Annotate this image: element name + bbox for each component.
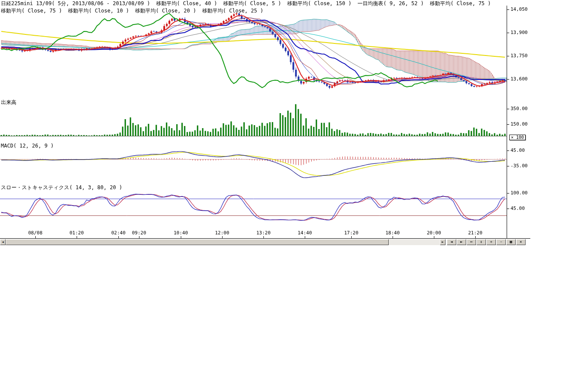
legend-item: 一目均衡表( 9, 26, 52 ) (357, 0, 424, 6)
left-arrow-icon: ◄ (2, 240, 4, 244)
fit-vertical-icon: ↕ (480, 240, 482, 244)
legend-item: 移動平均( Close, 75 ) (1, 8, 62, 14)
close-icon: ✕ (520, 240, 522, 244)
axis-tick-label: 45.00 (511, 148, 536, 153)
chart-legend-row-2: 移動平均( Close, 75 )移動平均( Close, 10 )移動平均( … (1, 8, 263, 14)
trading-chart-window: 日経225mini 13/09( 5分, 2013/08/06 - 2013/0… (0, 0, 588, 381)
toolbar-fit-vertical-button[interactable]: ↕ (477, 239, 486, 245)
axis-tick-label: 13,750 (511, 53, 536, 58)
axis-tick-label: 13,600 (511, 77, 536, 82)
scroll-right-icon: ► (460, 240, 462, 244)
volume-panel-label: 出来高 (1, 100, 16, 105)
macd-panel-label: MACD( 12, 26, 9 ) (1, 143, 54, 149)
scrollbar-track[interactable] (6, 239, 440, 245)
grid-icon: ▦ (510, 240, 512, 244)
axis-tick-label: 13,900 (511, 30, 536, 35)
toolbar-grid-button[interactable]: ▦ (506, 239, 516, 245)
legend-item: 移動平均( Close, 25 ) (202, 8, 263, 14)
chart-legend-row-1: 日経225mini 13/09( 5分, 2013/08/06 - 2013/0… (1, 0, 491, 6)
time-tick-label: 14:40 (293, 230, 317, 236)
legend-item: 移動平均( Close, 150 ) (287, 0, 351, 6)
axis-tick-label: -35.00 (511, 163, 536, 169)
time-tick-label: 08/08 (23, 230, 47, 236)
time-tick-label: 13:20 (251, 230, 275, 236)
right-arrow-icon: ► (442, 240, 444, 244)
zoom-in-icon: ＋ (489, 240, 493, 244)
scrollbar-right-arrow-button[interactable]: ► (440, 239, 446, 245)
volume-multiplier-badge: × 100 (509, 135, 526, 140)
legend-item: 移動平均( Close, 40 ) (156, 0, 217, 6)
axis-tick-label: 14,050 (511, 7, 536, 12)
time-tick-label: 17:20 (339, 230, 363, 236)
zoom-out-icon: － (499, 240, 503, 244)
axis-tick-label: 45.00 (511, 206, 536, 211)
toolbar-zoom-out-button[interactable]: － (496, 239, 506, 245)
scrollbar-left-arrow-button[interactable]: ◄ (0, 239, 6, 245)
time-tick-label: 18:40 (381, 230, 405, 236)
stoch-panel-label: スロー・ストキャスティクス( 14, 3, 80, 20 ) (1, 185, 122, 190)
toolbar-pan-button[interactable]: ↔ (467, 239, 476, 245)
axis-tick-label: 100.00 (511, 190, 536, 196)
time-tick-label: 10:40 (169, 230, 193, 236)
toolbar-scroll-left-button[interactable]: ◄ (447, 239, 456, 245)
chart-canvas[interactable] (0, 0, 534, 249)
time-tick-label: 21:20 (463, 230, 487, 236)
chart-toolbar: ◄►↔↕＋－▦✕ (447, 239, 526, 245)
axis-tick-label: 350.00 (511, 106, 536, 111)
axis-tick-label: 150.00 (511, 122, 536, 127)
legend-item: 日経225mini 13/09( 5分, 2013/08/06 - 2013/0… (1, 0, 150, 6)
toolbar-scroll-right-button[interactable]: ► (457, 239, 466, 245)
legend-item: 移動平均( Close, 75 ) (430, 0, 491, 6)
time-tick-label: 09:20 (127, 230, 151, 236)
toolbar-zoom-in-button[interactable]: ＋ (486, 239, 496, 245)
toolbar-close-button[interactable]: ✕ (516, 239, 526, 245)
time-tick-label: 01:20 (65, 230, 89, 236)
scroll-left-icon: ◄ (450, 240, 452, 244)
legend-item: 移動平均( Close, 10 ) (68, 8, 129, 14)
time-tick-label: 12:00 (210, 230, 234, 236)
pan-icon: ↔ (470, 240, 472, 244)
legend-item: 移動平均( Close, 20 ) (135, 8, 196, 14)
scrollbar-thumb[interactable] (6, 239, 389, 245)
time-tick-label: 20:00 (422, 230, 446, 236)
legend-item: 移動平均( Close, 5 ) (223, 0, 282, 6)
